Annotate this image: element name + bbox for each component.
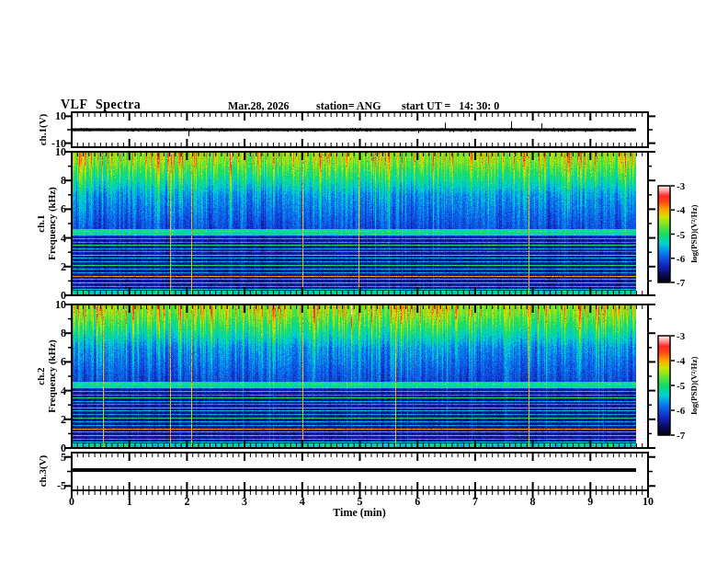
y-tick-label-ch1-freq: 8: [39, 174, 66, 187]
x-tick-label: 1: [116, 495, 143, 508]
colorbar-tick-label: -5: [677, 379, 700, 392]
colorbar-tick-label: -4: [677, 354, 700, 367]
colorbar-tick-label: -3: [677, 179, 700, 192]
x-tick-label: 0: [58, 495, 85, 508]
y-tick-label-ch3v: -5: [39, 479, 66, 492]
y-tick-label-ch2-freq: 2: [39, 413, 66, 426]
colorbar-tick-label: -7: [677, 276, 700, 289]
colorbar-tick-label: -5: [677, 228, 700, 241]
spectra-plot-canvas: [0, 0, 728, 563]
y-tick-label-ch2-freq: 8: [39, 327, 66, 339]
date-label: Mar.28, 2026: [228, 99, 290, 113]
x-tick-label: 6: [404, 495, 431, 508]
ch2-spectrogram-channel-label: ch.2: [35, 367, 46, 385]
y-tick-label-ch2-freq: 10: [39, 298, 66, 311]
x-tick-label: 8: [519, 495, 547, 508]
y-tick-label-ch1-freq: 6: [39, 202, 66, 215]
ch1-spectrogram-channel-label: ch.1: [35, 214, 46, 232]
x-tick-label: 3: [231, 495, 258, 508]
y-tick-label-ch2-freq: 0: [39, 442, 66, 454]
ch2-frequency-axis-label: Frequency (kHz): [46, 339, 57, 413]
start-ut-label: start UT = 14: 30: 0: [402, 99, 499, 113]
x-tick-label: 5: [347, 495, 374, 508]
colorbar-tick-label: -6: [677, 252, 700, 265]
x-tick-label: 10: [634, 495, 662, 508]
x-tick-label: 4: [289, 495, 316, 508]
y-tick-label-ch2-freq: 6: [39, 355, 66, 368]
x-tick-label: 7: [461, 495, 489, 508]
ch1-frequency-axis-label: Frequency (kHz): [46, 187, 57, 260]
y-tick-label-ch1-freq: 2: [39, 260, 66, 273]
colorbar-tick-label: -4: [677, 203, 700, 216]
y-tick-label-ch1-freq: 10: [39, 145, 66, 158]
x-tick-label: 2: [173, 495, 200, 508]
vlf-spectra-figure: VLF Spectra Mar.28, 2026 station= ANG st…: [0, 0, 728, 563]
station-label: station= ANG: [316, 99, 381, 113]
colorbar-tick-label: -6: [677, 404, 700, 417]
y-tick-label-ch2-freq: 4: [39, 385, 66, 397]
y-tick-label-ch1v: 10: [39, 109, 66, 122]
y-tick-label-ch1-freq: 4: [39, 232, 66, 245]
page-title: VLF Spectra: [61, 98, 141, 112]
colorbar-tick-label: -3: [677, 329, 700, 342]
x-tick-label: 9: [576, 495, 604, 508]
colorbar-tick-label: -7: [677, 429, 700, 442]
